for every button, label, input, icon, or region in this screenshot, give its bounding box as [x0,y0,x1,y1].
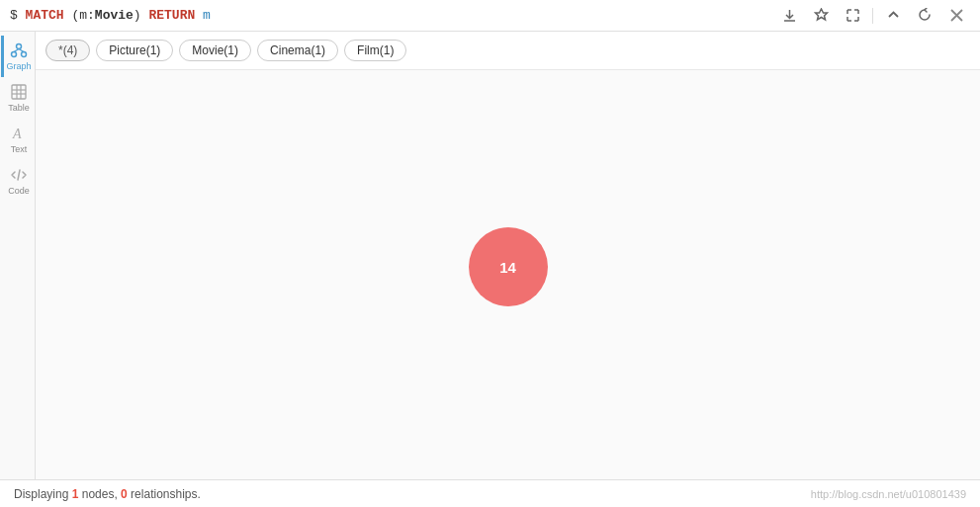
query-open-paren: (m: [64,8,95,23]
download-button[interactable] [775,2,803,30]
query-match: MATCH [26,8,64,23]
code-label: Code [8,186,30,196]
sidebar-item-graph[interactable]: Graph [1,36,35,77]
text-label: Text [11,144,28,154]
graph-label: Graph [6,61,31,71]
top-bar: $ MATCH (m:Movie) RETURN m [0,0,980,32]
query-close-paren: ) [134,8,149,23]
svg-rect-5 [12,85,26,99]
sidebar-item-text[interactable]: A Text [1,119,35,160]
toolbar-actions [775,2,970,30]
refresh-button[interactable] [911,2,938,30]
svg-point-2 [22,52,27,57]
tag-film[interactable]: Film(1) [344,40,406,61]
graph-canvas: 14 [36,70,980,479]
close-button[interactable] [942,2,970,30]
query-prefix: $ [10,8,26,23]
content-area: *(4) Picture(1) Movie(1) Cinema(1) Film(… [36,32,980,479]
status-bar: Displaying 1 nodes, 0 relationships. htt… [0,479,980,507]
query-return: RETURN [148,8,195,23]
graph-node[interactable]: 14 [469,227,548,306]
query-variable: m [195,8,211,23]
svg-text:A: A [12,127,22,141]
toolbar-divider [872,8,873,24]
tag-movie[interactable]: Movie(1) [179,40,251,61]
svg-line-4 [19,49,24,52]
query-display: $ MATCH (m:Movie) RETURN m [10,8,211,23]
text-icon: A [10,125,28,142]
tag-picture[interactable]: Picture(1) [96,40,173,61]
svg-line-3 [14,49,19,52]
expand-button[interactable] [839,2,866,30]
svg-point-1 [12,52,17,57]
tag-bar: *(4) Picture(1) Movie(1) Cinema(1) Film(… [36,32,980,70]
sidebar: Graph Table A Text Code [0,32,36,479]
table-label: Table [8,103,30,113]
pin-button[interactable] [807,2,835,30]
code-icon [10,166,28,184]
table-icon [10,83,28,101]
collapse-button[interactable] [879,2,907,30]
rels-count: 0 [121,487,128,501]
main-area: Graph Table A Text Code [0,32,980,479]
nodes-label: nodes, [78,487,121,501]
status-message: Displaying 1 nodes, 0 relationships. [14,487,201,501]
status-prefix: Displaying [14,487,72,501]
sidebar-item-table[interactable]: Table [1,77,35,119]
svg-point-0 [17,44,22,49]
tag-all[interactable]: *(4) [45,40,90,61]
status-url: http://blog.csdn.net/u010801439 [811,488,966,500]
graph-icon [10,42,28,59]
query-label: Movie [95,8,134,23]
sidebar-item-code[interactable]: Code [1,160,35,202]
rels-label: relationships. [128,487,201,501]
tag-cinema[interactable]: Cinema(1) [257,40,338,61]
